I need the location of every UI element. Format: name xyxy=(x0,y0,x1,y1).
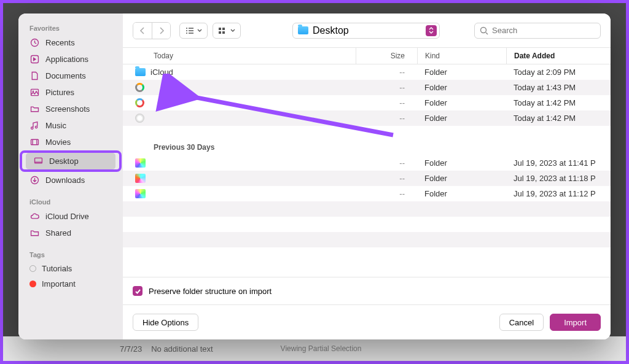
file-date: Jul 19, 2023 at 11:18 P xyxy=(506,174,611,183)
file-row[interactable]: --FolderToday at 1:43 PM xyxy=(123,80,611,95)
sidebar-item-label: Screenshots xyxy=(45,104,90,114)
ring-icon xyxy=(135,98,144,107)
path-label: Desktop xyxy=(313,25,349,36)
bg-date: 7/7/23 xyxy=(120,344,142,354)
file-kind: Folder xyxy=(417,83,506,92)
sidebar-item-movies[interactable]: Movies xyxy=(18,134,123,150)
sidebar-tag-important[interactable]: Important xyxy=(18,276,123,292)
thumbnail-icon xyxy=(135,189,146,198)
file-size: -- xyxy=(356,189,417,198)
file-row[interactable]: --FolderJul 19, 2023 at 11:41 P xyxy=(123,155,611,171)
file-name: iCloud xyxy=(150,68,173,77)
icloud-heading: iCloud xyxy=(18,195,123,208)
sidebar-item-label: Pictures xyxy=(45,88,74,97)
forward-button[interactable] xyxy=(152,23,170,39)
file-row[interactable]: --FolderJul 19, 2023 at 11:18 P xyxy=(123,171,611,186)
svg-rect-9 xyxy=(219,31,221,34)
svg-rect-10 xyxy=(222,31,225,34)
file-size: -- xyxy=(356,174,417,183)
shared-folder-icon xyxy=(29,228,40,238)
file-list[interactable]: iCloud--FolderToday at 2:09 PM--FolderTo… xyxy=(123,64,611,277)
sidebar-item-label: Shared xyxy=(45,228,71,238)
thumbnail-icon xyxy=(135,158,146,168)
clock-icon xyxy=(29,37,40,48)
disc-icon xyxy=(135,114,144,123)
file-row[interactable]: --FolderToday at 1:42 PM xyxy=(123,95,611,110)
sidebar-item-label: Desktop xyxy=(49,157,79,166)
sidebar-item-downloads[interactable]: Downloads xyxy=(18,172,123,188)
file-size: -- xyxy=(356,68,417,77)
open-dialog: Favorites Recents Applications Documents… xyxy=(18,14,611,339)
file-kind: Folder xyxy=(417,158,506,168)
file-size: -- xyxy=(356,158,417,168)
sidebar-item-pictures[interactable]: Pictures xyxy=(18,84,123,101)
sidebar-item-applications[interactable]: Applications xyxy=(18,51,123,68)
sidebar-item-screenshots[interactable]: Screenshots xyxy=(18,101,123,117)
sidebar-item-documents[interactable]: Documents xyxy=(18,68,123,84)
back-button[interactable] xyxy=(133,23,152,39)
file-date: Jul 19, 2023 at 11:41 P xyxy=(506,158,611,168)
highlight-desktop: Desktop xyxy=(20,150,122,172)
music-icon xyxy=(29,120,40,131)
column-headers[interactable]: Today Size Kind Date Added xyxy=(123,47,611,64)
file-date: Today at 1:42 PM xyxy=(506,114,611,123)
options-bar: Preserve folder structure on import xyxy=(123,277,611,304)
file-date: Jul 19, 2023 at 11:12 P xyxy=(506,189,611,198)
preserve-label: Preserve folder structure on import xyxy=(149,287,272,296)
file-date: Today at 2:09 PM xyxy=(506,68,611,77)
empty-row xyxy=(123,217,611,232)
file-row[interactable]: --FolderToday at 1:42 PM xyxy=(123,110,611,126)
import-button[interactable]: Import xyxy=(550,314,601,331)
file-kind: Folder xyxy=(417,98,506,107)
sidebar-item-label: Downloads xyxy=(45,176,85,185)
sidebar-item-label: Recents xyxy=(45,38,75,47)
svg-rect-4 xyxy=(31,139,39,145)
footer: Hide Options Cancel Import xyxy=(123,304,611,339)
file-row[interactable]: iCloud--FolderToday at 2:09 PM xyxy=(123,64,611,80)
sidebar-item-label: Applications xyxy=(45,55,88,64)
sidebar-tag-tutorials[interactable]: Tutorials xyxy=(18,261,123,276)
search-icon xyxy=(480,26,488,35)
cloud-icon xyxy=(29,211,40,222)
path-selector[interactable]: Desktop xyxy=(292,23,440,39)
svg-point-11 xyxy=(481,27,486,33)
main-panel: Desktop Today Size Kind Date Added iClou… xyxy=(123,14,611,339)
col-kind[interactable]: Kind xyxy=(417,48,506,64)
search-input[interactable] xyxy=(492,26,595,35)
file-kind: Folder xyxy=(417,114,506,123)
updown-icon xyxy=(426,25,437,36)
ring-icon xyxy=(135,83,144,92)
sidebar-tag-label: Important xyxy=(42,279,76,288)
sidebar-item-music[interactable]: Music xyxy=(18,117,123,134)
thumbnail-icon xyxy=(135,174,146,183)
folder-icon xyxy=(29,104,40,114)
sidebar-item-recents[interactable]: Recents xyxy=(18,34,123,51)
view-list-button[interactable] xyxy=(179,23,208,39)
svg-rect-8 xyxy=(222,28,225,30)
col-name[interactable]: Today xyxy=(123,52,356,60)
group-label: Previous 30 Days xyxy=(123,139,611,155)
hide-options-button[interactable]: Hide Options xyxy=(133,314,198,331)
file-kind: Folder xyxy=(417,68,506,77)
col-size[interactable]: Size xyxy=(356,48,417,64)
tag-dot-icon xyxy=(29,281,36,287)
sidebar: Favorites Recents Applications Documents… xyxy=(18,14,123,339)
sidebar-item-icloud-drive[interactable]: iCloud Drive xyxy=(18,208,123,225)
empty-row xyxy=(123,232,611,247)
col-date[interactable]: Date Added xyxy=(506,48,611,64)
search-field[interactable] xyxy=(474,23,601,39)
empty-row xyxy=(123,201,611,217)
folder-icon xyxy=(135,68,146,76)
cancel-button[interactable]: Cancel xyxy=(499,314,544,331)
sidebar-item-shared[interactable]: Shared xyxy=(18,225,123,241)
sidebar-item-desktop[interactable]: Desktop xyxy=(26,153,115,169)
preserve-checkbox[interactable] xyxy=(133,286,143,296)
document-icon xyxy=(29,71,40,81)
sidebar-tag-label: Tutorials xyxy=(42,264,72,273)
view-grid-button[interactable] xyxy=(213,23,241,39)
sidebar-item-label: Movies xyxy=(45,137,71,147)
file-date: Today at 1:42 PM xyxy=(506,98,611,107)
file-kind: Folder xyxy=(417,189,506,198)
favorites-heading: Favorites xyxy=(18,21,123,34)
file-row[interactable]: --FolderJul 19, 2023 at 11:12 P xyxy=(123,186,611,201)
